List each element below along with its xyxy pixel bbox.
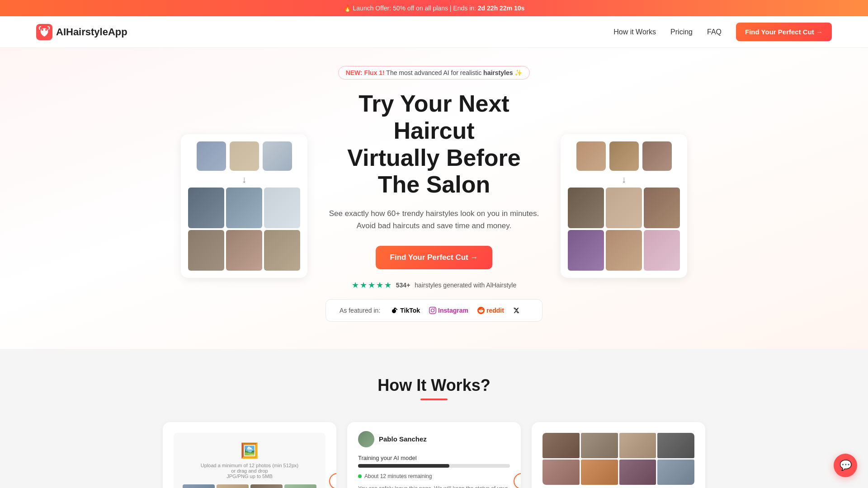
step-card-results [532, 422, 705, 488]
badge-highlight-text: hairstyles [483, 69, 513, 76]
badge-sparkle-icon: ✨ [514, 69, 522, 76]
instagram-icon [429, 307, 436, 314]
new-badge: NEW: Flux 1! The most advanced AI for re… [338, 66, 530, 80]
photo-2 [217, 484, 249, 488]
navbar: AIHairstyleApp How it Works Pricing FAQ … [0, 16, 868, 48]
star-1: ★ [352, 280, 359, 290]
nav-how-it-works[interactable]: How it Works [613, 28, 656, 36]
result-cell-4 [657, 433, 694, 458]
promo-banner: 🔥 Launch Offer: 50% off on all plans | E… [0, 0, 868, 16]
upload-photo-grid [183, 484, 316, 488]
result-cell-8 [657, 460, 694, 485]
right-arrow-down: ↓ [568, 174, 680, 185]
instagram-logo: Instagram [429, 307, 468, 314]
right-cell-1 [568, 188, 604, 228]
safe-note: You can safely leave this page. We will … [358, 485, 510, 488]
upload-mockup: 🖼️ Upload a minimum of 12 photos (min 51… [174, 433, 326, 488]
logo-text: AIHairstyleApp [56, 26, 127, 38]
profile-name: Pablo Sanchez [379, 435, 427, 443]
step-1-inner: 🖼️ Upload a minimum of 12 photos (min 51… [163, 422, 336, 488]
collage-cell-5 [226, 230, 262, 271]
results-grid [542, 433, 694, 485]
collage-cell-4 [188, 230, 224, 271]
collage-grid-right [568, 188, 680, 271]
top-img-1 [197, 141, 226, 171]
hero-title: Try Your Next Haircut Virtually Before T… [326, 90, 542, 198]
x-icon [513, 307, 519, 314]
avatar [358, 431, 374, 447]
photo-3 [250, 484, 283, 488]
tiktok-logo: TikTok [391, 307, 420, 314]
right-cell-5 [606, 230, 642, 271]
right-cell-6 [644, 230, 680, 271]
photo-4 [284, 484, 316, 488]
banner-text: Launch Offer: 50% off on all plans | End… [353, 5, 476, 12]
right-cell-3 [644, 188, 680, 228]
arrow-down-icon: ↓ [188, 174, 300, 185]
collage-right-top [568, 141, 680, 171]
photo-1 [183, 484, 215, 488]
result-cell-7 [619, 460, 656, 485]
svg-point-1 [42, 29, 43, 31]
time-remaining-row: About 12 minutes remaining [358, 473, 510, 479]
right-cell-2 [606, 188, 642, 228]
top-img-2 [230, 141, 259, 171]
result-cell-1 [542, 433, 580, 458]
collage-cell-3 [264, 188, 300, 228]
tiktok-icon [391, 307, 398, 314]
collage-left-box: ↓ [181, 134, 307, 278]
result-cell-3 [619, 433, 656, 458]
star-5: ★ [384, 280, 392, 290]
result-cell-5 [542, 460, 580, 485]
star-4: ★ [376, 280, 383, 290]
right-top-img-2 [609, 141, 639, 171]
rating-text: hairstyles generated with AlHairstyle [415, 282, 516, 289]
featured-logos: TikTok Instagram reddit [391, 307, 519, 314]
reddit-logo: reddit [477, 307, 504, 314]
collage-grid-left [188, 188, 300, 271]
rating-count: 534+ [396, 282, 410, 289]
section-underline [420, 399, 448, 400]
right-top-img-3 [642, 141, 672, 171]
star-2: ★ [360, 280, 367, 290]
progress-bar-bg [358, 464, 510, 468]
chat-button[interactable]: 💬 [834, 454, 857, 477]
top-img-3 [263, 141, 292, 171]
nav-cta-button[interactable]: Find Your Perfect Cut → [736, 23, 832, 41]
step-2-inner: Pablo Sanchez Training your AI model Abo… [347, 422, 521, 488]
steps-grid: 🖼️ Upload a minimum of 12 photos (min 51… [163, 422, 705, 488]
right-top-img-1 [576, 141, 606, 171]
upload-icon: 🖼️ [183, 442, 316, 459]
upload-instruction: Upload a minimum of 12 photos (min 512px… [183, 463, 316, 479]
status-dot [358, 474, 362, 478]
result-cell-6 [581, 460, 618, 485]
featured-bar: As featured in: TikTok Instagram reddit [326, 299, 542, 322]
collage-top-images [188, 141, 300, 171]
svg-point-2 [45, 29, 47, 31]
logo[interactable]: AIHairstyleApp [36, 24, 127, 40]
hero-subtitle: See exactly how 60+ trendy hairstyles lo… [326, 207, 542, 232]
nav-links: How it Works Pricing FAQ Find Your Perfe… [613, 23, 832, 41]
collage-cell-2 [226, 188, 262, 228]
right-cell-4 [568, 230, 604, 271]
training-label: Training your AI model [358, 455, 510, 461]
step-card-upload: 🖼️ Upload a minimum of 12 photos (min 51… [163, 422, 336, 488]
reddit-icon [477, 307, 485, 314]
profile-row: Pablo Sanchez [358, 431, 510, 447]
countdown-timer: 2d 22h 22m 10s [478, 5, 525, 12]
featured-label: As featured in: [340, 307, 380, 314]
hero-cta-button[interactable]: Find Your Perfect Cut → [376, 246, 493, 269]
star-rating: ★ ★ ★ ★ ★ [352, 280, 392, 290]
badge-new-label: NEW: Flux 1! [346, 69, 385, 76]
x-logo [513, 307, 519, 314]
time-remaining: About 12 minutes remaining [364, 473, 432, 479]
step-3-inner [532, 422, 705, 488]
hero-text: Try Your Next Haircut Virtually Before T… [326, 90, 542, 322]
hero-collage-left: ↓ [181, 134, 307, 278]
star-3: ★ [368, 280, 375, 290]
hero-collage-right: ↓ [561, 134, 687, 278]
results-mockup [542, 433, 694, 485]
nav-faq[interactable]: FAQ [707, 28, 722, 36]
collage-cell-1 [188, 188, 224, 228]
nav-pricing[interactable]: Pricing [670, 28, 693, 36]
